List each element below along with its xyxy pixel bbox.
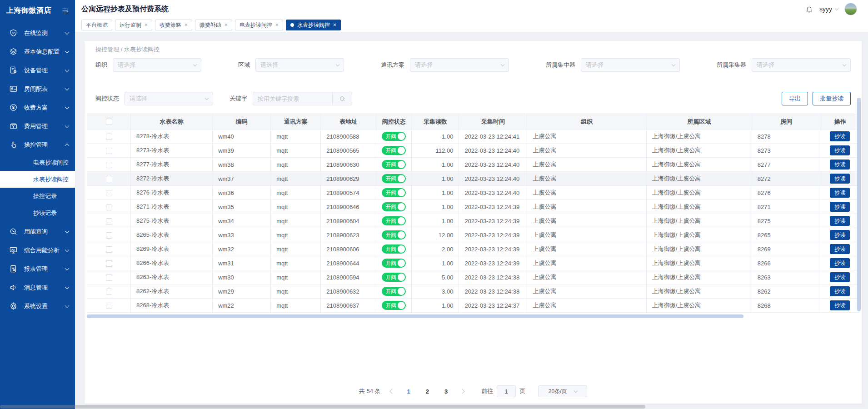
sidebar-item-6[interactable]: 操控管理 [0,135,75,154]
row-checkbox[interactable] [106,162,112,168]
username[interactable]: syyy [819,5,832,13]
row-checkbox[interactable] [106,303,112,309]
cell-room: 8263 [752,270,821,284]
row-checkbox[interactable] [106,148,112,154]
toggle-knob [398,259,405,267]
read-button[interactable]: 抄读 [830,286,850,296]
page-number-2[interactable]: 2 [423,388,432,395]
row-select-cell [87,284,131,299]
bell-icon[interactable] [805,5,813,13]
filter-select-2[interactable]: 请选择 [410,58,509,72]
sidebar-subitem-0[interactable]: 电表抄读闸控 [0,154,75,171]
batch-read-button[interactable]: 批量抄读 [813,92,851,105]
filter-select-3[interactable]: 请选择 [581,58,680,72]
sidebar-item-7[interactable]: 用能查询 [0,222,75,241]
close-icon[interactable]: × [224,22,228,28]
sidebar-item-10[interactable]: 消息管理 [0,278,75,297]
menu-fold-icon[interactable] [61,7,70,15]
valve-toggle[interactable]: 开阀 [382,132,406,141]
read-button[interactable]: 抄读 [830,174,850,184]
sidebar-item-4[interactable]: 收费方案 [0,98,75,117]
close-icon[interactable]: × [185,22,188,28]
valve-toggle[interactable]: 开阀 [382,202,406,211]
sidebar-subitem-2[interactable]: 操控记录 [0,188,75,204]
tab-4[interactable]: 电表抄读闸控× [235,20,283,30]
user-chevron-down-icon[interactable] [835,7,838,10]
row-checkbox[interactable] [106,289,112,295]
read-button[interactable]: 抄读 [830,131,850,141]
read-button[interactable]: 抄读 [830,145,850,155]
row-checkbox[interactable] [106,232,112,239]
read-button[interactable]: 抄读 [830,216,850,226]
filter-select-0[interactable]: 请选择 [113,58,201,72]
read-button[interactable]: 抄读 [830,272,850,282]
sidebar-subitem-3[interactable]: 抄读记录 [0,204,75,221]
valve-toggle[interactable]: 开阀 [382,301,406,310]
keyword-input[interactable] [253,92,332,105]
read-button[interactable]: 抄读 [830,230,850,240]
row-checkbox[interactable] [106,274,112,281]
next-page-icon[interactable] [460,389,465,394]
horizontal-scroll-thumb[interactable] [87,314,743,318]
read-button[interactable]: 抄读 [830,300,850,310]
tab-0[interactable]: 平台概览 [81,20,112,30]
valve-toggle[interactable]: 开阀 [382,230,406,239]
close-icon[interactable]: × [333,22,336,28]
valve-toggle[interactable]: 开阀 [382,160,406,169]
page-scroll-thumb[interactable] [0,405,645,409]
sidebar-item-0[interactable]: 在线监测 [0,24,75,42]
valve-toggle[interactable]: 开阀 [382,216,406,225]
read-button[interactable]: 抄读 [830,188,850,198]
valve-toggle[interactable]: 开阀 [382,174,406,183]
tab-1[interactable]: 运行监测× [115,20,152,30]
sidebar-item-11[interactable]: 系统设置 [0,297,75,315]
close-icon[interactable]: × [275,22,279,28]
select-all-checkbox[interactable] [106,119,112,125]
search-button[interactable] [332,92,352,105]
filter-select-1[interactable]: 请选择 [255,58,344,72]
page-number-1[interactable]: 1 [404,388,413,395]
export-button[interactable]: 导出 [782,92,808,105]
row-checkbox[interactable] [106,260,112,267]
read-button[interactable]: 抄读 [830,202,850,212]
sidebar-item-3[interactable]: 房间配表 [0,80,75,98]
cell-time: 2022-03-23 12:24:39 [459,242,527,256]
cell-region: 上海御燩/上虞公寓 [646,172,752,186]
valve-toggle[interactable]: 开阀 [382,188,406,197]
cell-valve: 开阀 [376,284,412,299]
valve-toggle[interactable]: 开阀 [382,287,406,296]
row-checkbox[interactable] [106,246,112,253]
tab-2[interactable]: 收费策略× [155,20,192,30]
tab-5[interactable]: 水表抄读阀控× [286,20,341,30]
read-button[interactable]: 抄读 [830,160,850,170]
row-checkbox[interactable] [106,218,112,224]
tab-3[interactable]: 缴费补助× [195,20,232,30]
close-icon[interactable]: × [145,22,148,28]
valve-status-select[interactable]: 请选择 [125,92,213,105]
sidebar-item-8[interactable]: 综合用能分析 [0,241,75,259]
read-button[interactable]: 抄读 [830,244,850,254]
vertical-scroll-thumb[interactable] [857,98,861,311]
prev-page-icon[interactable] [390,389,395,394]
row-checkbox[interactable] [106,176,112,182]
sidebar-item-2[interactable]: 设备管理 [0,61,75,80]
row-checkbox[interactable] [106,204,112,210]
row-checkbox[interactable] [106,134,112,140]
goto-page-input[interactable] [497,385,516,397]
read-button[interactable]: 抄读 [830,258,850,268]
breadcrumb-parent[interactable]: 操控管理 [95,46,119,53]
valve-toggle[interactable]: 开阀 [382,273,406,282]
valve-toggle[interactable]: 开阀 [382,146,406,155]
user-avatar[interactable] [844,3,857,15]
page-unit-label: 页 [519,387,525,395]
sidebar-subitem-1[interactable]: 水表抄读阀控 [0,171,75,188]
page-size-select[interactable]: 20条/页 [538,385,587,397]
valve-toggle[interactable]: 开阀 [382,244,406,254]
filter-select-4[interactable]: 请选择 [752,58,851,72]
sidebar-item-5[interactable]: 费用管理 [0,117,75,135]
page-number-3[interactable]: 3 [442,388,450,395]
valve-toggle[interactable]: 开阀 [382,259,406,268]
row-checkbox[interactable] [106,190,112,196]
sidebar-item-1[interactable]: 基本信息配置 [0,42,75,61]
sidebar-item-9[interactable]: 报表管理 [0,259,75,278]
